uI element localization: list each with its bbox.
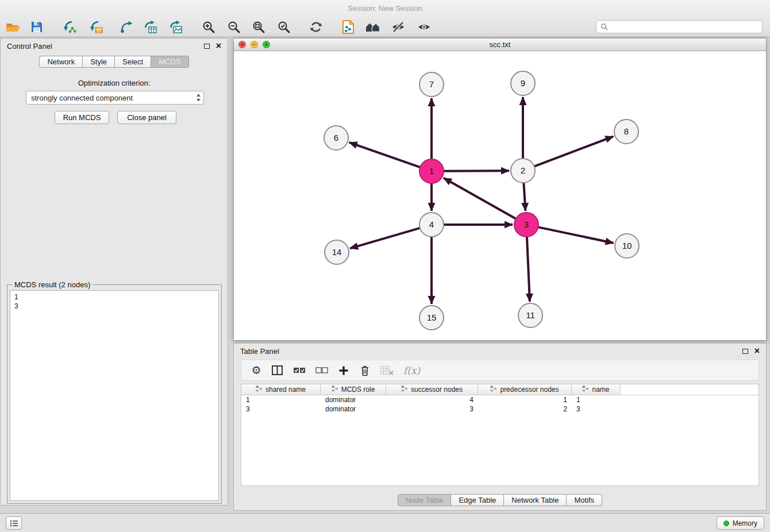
zoom-out-button[interactable] (223, 18, 245, 36)
search-input[interactable] (610, 21, 762, 33)
sort-tree-icon (401, 385, 408, 394)
close-panel-button[interactable]: Close panel (117, 111, 176, 124)
network-graph[interactable]: 7968124314101511 (234, 51, 766, 340)
column-header-name[interactable]: name (572, 384, 621, 395)
application-window: Session: New Session (0, 0, 770, 532)
export-image-button[interactable] (165, 18, 187, 36)
cell-MCDS-role[interactable]: dominator (321, 395, 386, 404)
import-table-file-button[interactable] (85, 18, 107, 36)
column-header-predecessor-nodes[interactable]: predecessor nodes (478, 384, 572, 395)
import-network-file-button[interactable] (59, 18, 80, 36)
cell-MCDS-role[interactable]: dominator (321, 404, 386, 414)
column-label: shared name (265, 385, 306, 394)
optimization-criterion-dropdown[interactable]: strongly connected component (26, 91, 204, 105)
close-window-button[interactable]: × (238, 41, 246, 48)
column-label: name (592, 385, 609, 394)
minimize-window-button[interactable]: − (251, 41, 258, 48)
node-6[interactable]: 6 (324, 126, 348, 150)
edge-4-to-14[interactable] (350, 228, 420, 248)
result-line: 3 (14, 302, 214, 311)
node-2[interactable]: 2 (511, 159, 535, 183)
column-header-shared-name[interactable]: shared name (241, 384, 321, 395)
node-1[interactable]: 1 (419, 159, 444, 183)
node-8[interactable]: 8 (614, 119, 638, 144)
svg-text:14: 14 (332, 247, 342, 257)
control-tab-select[interactable]: Select (115, 56, 151, 68)
eye-slash-icon (391, 20, 406, 34)
node-14[interactable]: 14 (325, 240, 349, 264)
cell-predecessor-nodes[interactable]: 2 (478, 404, 572, 414)
zoom-in-button[interactable] (198, 18, 220, 36)
deselect-all-rows-button[interactable] (315, 364, 328, 377)
save-session-button[interactable] (26, 18, 48, 36)
control-tab-style[interactable]: Style (83, 56, 115, 68)
sort-tree-icon (490, 385, 497, 394)
show-columns-button[interactable] (272, 364, 283, 377)
column-header-MCDS-role[interactable]: MCDS role (321, 384, 386, 395)
float-table-panel-icon[interactable] (742, 349, 748, 354)
table-tab-network-table[interactable]: Network Table (504, 494, 567, 506)
delete-table-button[interactable] (380, 364, 394, 377)
edge-2-to-3[interactable] (523, 183, 525, 211)
node-3[interactable]: 3 (514, 213, 538, 237)
show-all-button[interactable] (413, 18, 435, 36)
first-neighbors-button[interactable] (362, 18, 384, 36)
zoom-selected-button[interactable] (273, 18, 295, 36)
cell-name[interactable]: 3 (572, 404, 621, 414)
hide-selected-button[interactable] (387, 18, 409, 36)
refresh-button[interactable] (305, 18, 327, 36)
mcds-result-box[interactable]: 13 (10, 290, 219, 501)
open-network-document-button[interactable] (337, 18, 359, 36)
svg-text:15: 15 (427, 313, 437, 322)
control-tab-network[interactable]: Network (39, 56, 83, 68)
import-table-button[interactable] (140, 18, 161, 36)
cell-name[interactable]: 1 (572, 395, 621, 404)
cell-predecessor-nodes[interactable]: 1 (478, 395, 572, 404)
select-all-rows-button[interactable] (293, 364, 306, 377)
network-canvas[interactable]: 7968124314101511 (234, 51, 766, 340)
table-row[interactable]: 3dominator323 (241, 404, 759, 414)
edge-3-to-10[interactable] (538, 227, 614, 243)
close-control-panel-icon[interactable]: × (216, 43, 221, 49)
run-mcds-button[interactable]: Run MCDS (55, 111, 109, 124)
edge-1-to-2[interactable] (444, 171, 509, 171)
close-table-panel-icon[interactable]: × (754, 348, 760, 354)
table-tab-motifs[interactable]: Motifs (567, 494, 602, 506)
memory-button[interactable]: Memory (717, 516, 764, 530)
edge-2-to-8[interactable] (534, 136, 614, 166)
node-9[interactable]: 9 (511, 71, 535, 95)
task-history-button[interactable] (6, 516, 22, 530)
edge-3-to-1[interactable] (444, 178, 516, 219)
search-field[interactable] (596, 20, 763, 33)
network-window-titlebar[interactable]: × − + scc.txt (234, 38, 766, 51)
control-tab-mcds[interactable]: MCDS (151, 56, 188, 68)
edge-3-to-11[interactable] (527, 237, 530, 302)
node-11[interactable]: 11 (518, 303, 542, 327)
delete-column-button[interactable] (359, 364, 371, 377)
table-row[interactable]: 1dominator411 (241, 395, 759, 404)
open-session-button[interactable] (2, 18, 24, 36)
cell-shared-name[interactable]: 3 (241, 404, 321, 414)
zoom-fit-button[interactable] (248, 18, 270, 36)
cell-successor-nodes[interactable]: 4 (386, 395, 478, 404)
network-table-icon (143, 20, 158, 34)
node-7[interactable]: 7 (419, 72, 444, 97)
cell-shared-name[interactable]: 1 (241, 395, 321, 404)
table-tab-node-table[interactable]: Node Table (398, 494, 452, 506)
svg-text:11: 11 (526, 310, 535, 320)
edge-1-to-6[interactable] (349, 142, 421, 167)
import-table-file-icon (88, 20, 103, 34)
import-network-button[interactable] (116, 18, 137, 36)
node-15[interactable]: 15 (419, 306, 444, 330)
maximize-window-button[interactable]: + (263, 41, 270, 48)
function-builder-button[interactable]: f(x) (403, 364, 420, 377)
node-10[interactable]: 10 (615, 234, 639, 258)
table-tab-edge-table[interactable]: Edge Table (451, 494, 504, 506)
cell-successor-nodes[interactable]: 3 (386, 404, 478, 414)
window-title: Session: New Session (348, 4, 422, 13)
column-header-successor-nodes[interactable]: successor nodes (386, 384, 478, 395)
node-4[interactable]: 4 (419, 213, 444, 237)
float-panel-icon[interactable] (204, 44, 210, 49)
create-column-button[interactable] (338, 364, 349, 377)
table-settings-button[interactable]: ⚙ (251, 364, 262, 377)
